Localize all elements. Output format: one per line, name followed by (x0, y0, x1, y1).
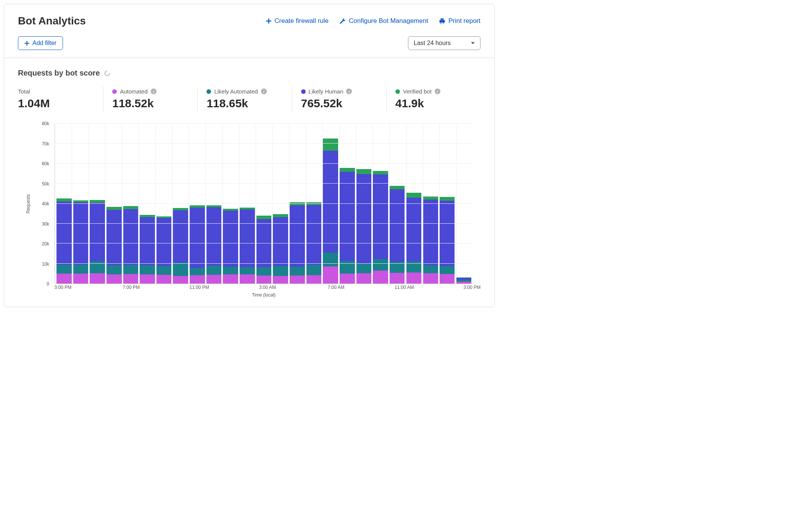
metric-total: Total1.04M (18, 87, 103, 113)
bar[interactable] (223, 124, 238, 284)
x-tick: 11:00 AM (395, 285, 414, 290)
x-tick: 11:00 PM (190, 285, 209, 290)
bar[interactable] (56, 124, 72, 284)
bar-segment-likely-automated (273, 266, 288, 276)
bar[interactable] (323, 124, 338, 284)
bar-segment-automated (406, 272, 421, 284)
bar[interactable] (73, 124, 89, 284)
gridline-v (356, 124, 356, 284)
bar[interactable] (273, 124, 288, 284)
gridline-v (272, 124, 272, 284)
bar-segment-likely-automated (240, 267, 255, 274)
configure-bot-management-link[interactable]: Configure Bot Management (339, 17, 428, 25)
bar[interactable] (440, 124, 455, 284)
y-tick: 40k (42, 201, 49, 206)
plus-icon (266, 18, 271, 24)
gridline-v (172, 124, 173, 284)
metric-value: 118.65k (206, 97, 282, 110)
bar[interactable] (173, 124, 188, 284)
requests-by-bot-score-chart: Requests 010k20k30k40k50k60k70k80k 3:00 … (18, 124, 480, 299)
bar[interactable] (140, 124, 155, 284)
bar-segment-automated (56, 274, 72, 284)
metric-label: Verified boti (395, 88, 471, 95)
y-tick: 10k (42, 261, 49, 267)
bar-segment-automated (356, 273, 372, 284)
x-axis-label: Time (local) (55, 292, 473, 298)
bar-segment-verified-bot (256, 216, 272, 219)
info-icon[interactable]: i (261, 89, 267, 94)
bar-segment-verified-bot (440, 197, 455, 200)
info-icon[interactable]: i (151, 89, 156, 94)
bar-segment-automated (456, 282, 471, 284)
bar[interactable] (240, 124, 255, 284)
bar-segment-likely-human (190, 208, 205, 268)
info-icon[interactable]: i (435, 89, 440, 94)
gridline-h (55, 203, 473, 204)
bar-segment-likely-human (73, 202, 89, 264)
bar[interactable] (406, 124, 421, 284)
bar-segment-likely-automated (56, 265, 72, 274)
metric-label: Likely Automatedi (206, 88, 282, 95)
bar-segment-verified-bot (306, 202, 322, 205)
loading-icon (104, 70, 111, 77)
bar-segment-automated (423, 273, 438, 284)
print-report-link[interactable]: Print report (439, 17, 480, 25)
gridline-v (439, 124, 440, 284)
bar-segment-verified-bot (106, 207, 122, 210)
bar[interactable] (340, 124, 355, 284)
bar[interactable] (190, 124, 205, 284)
bar-segment-automated (256, 276, 272, 284)
bar[interactable] (456, 124, 471, 284)
bar-segment-likely-human (423, 200, 438, 266)
gridline-v (72, 124, 72, 284)
bar-segment-automated (173, 276, 188, 284)
add-filter-button[interactable]: Add filter (18, 36, 63, 50)
bar-segment-likely-human (340, 172, 355, 261)
bar-segment-likely-automated (390, 262, 405, 273)
bar[interactable] (123, 124, 139, 284)
bar-segment-likely-automated (206, 266, 222, 275)
y-tick: 50k (42, 181, 49, 187)
bar[interactable] (156, 124, 172, 284)
gridline-v (239, 124, 239, 284)
time-range-value: Last 24 hours (414, 40, 451, 47)
bar-segment-likely-human (240, 210, 255, 267)
gridline-v (256, 124, 256, 284)
bar-segment-automated (206, 275, 222, 284)
bar-segment-automated (440, 274, 455, 284)
bar-segment-automated (373, 271, 388, 284)
bar[interactable] (206, 124, 222, 284)
y-tick: 0 (47, 281, 49, 287)
time-range-dropdown[interactable]: Last 24 hours (408, 36, 480, 50)
create-firewall-rule-link[interactable]: Create firewall rule (266, 17, 329, 25)
bar-segment-verified-bot (173, 208, 188, 211)
bar-segment-automated (106, 274, 122, 284)
bar-segment-likely-human (123, 209, 139, 265)
metric-label-text: Automated (120, 88, 148, 95)
bar-segment-likely-automated (223, 267, 238, 274)
metric-value: 41.9k (395, 97, 471, 110)
bar-segment-likely-automated (356, 263, 372, 273)
bar[interactable] (256, 124, 272, 284)
gridline-v (339, 124, 340, 284)
bar-segment-verified-bot (340, 168, 355, 172)
metric-value: 118.52k (112, 97, 188, 110)
gridline-h (55, 183, 473, 184)
gridline-v (155, 124, 156, 284)
x-tick: 3:00 PM (463, 285, 480, 290)
info-icon[interactable]: i (346, 89, 352, 94)
bar[interactable] (106, 124, 122, 284)
bar[interactable] (423, 124, 438, 284)
bot-analytics-panel: Bot Analytics Create firewall rule Confi… (4, 4, 495, 307)
metric-label-text: Total (18, 88, 30, 95)
bar[interactable] (373, 124, 388, 284)
bar[interactable] (90, 124, 105, 284)
bar-segment-automated (306, 275, 322, 284)
bar[interactable] (290, 124, 305, 284)
bar[interactable] (306, 124, 322, 284)
bar-segment-likely-human (356, 174, 372, 263)
bar-segment-likely-human (390, 189, 405, 262)
gridline-h (55, 123, 473, 124)
bar[interactable] (390, 124, 405, 284)
bar[interactable] (356, 124, 372, 284)
